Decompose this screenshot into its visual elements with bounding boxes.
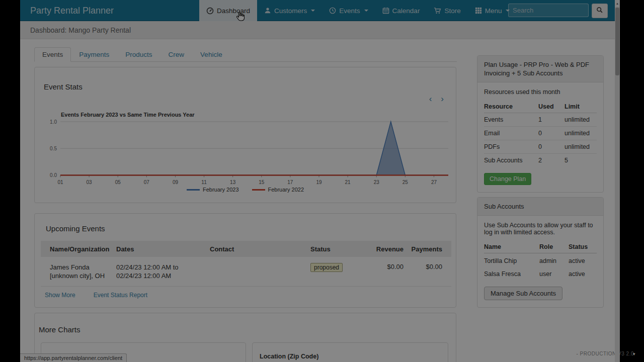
plan-usage-panel: Plan Usage - PRP Pro - Web & PDF Invoici… (477, 55, 604, 193)
legend-label: February 2023 (203, 187, 239, 193)
breadcrumb-bar: Dashboard: Mango Party Rental (20, 21, 615, 39)
navbar-search (508, 4, 608, 18)
col-header-resource: Resource (484, 101, 538, 113)
table-row: Salsa Fresca user active (484, 266, 597, 280)
nav-item-events[interactable]: Events (322, 0, 375, 21)
show-more-link[interactable]: Show More (45, 292, 75, 299)
plan-usage-subtitle: Resources used this month (484, 88, 597, 96)
svg-text:0.0: 0.0 (50, 172, 57, 178)
scrollbar-thumb[interactable] (615, 8, 619, 75)
svg-text:0.5: 0.5 (50, 146, 57, 151)
svg-text:13: 13 (230, 179, 236, 185)
sub-accounts-panel: Sub Accounts Use Sub Accounts to allow y… (477, 197, 604, 308)
dashboard-tabs: Events Payments Products Crew Vehicle (34, 47, 457, 62)
breadcrumb: Dashboard: Mango Party Rental (30, 21, 131, 39)
event-location: [unknown city], OH (50, 272, 116, 280)
chevron-down-icon (364, 10, 368, 12)
tab-events[interactable]: Events (34, 47, 71, 62)
event-status-report-link[interactable]: Event Status Report (94, 292, 147, 299)
table-row[interactable]: James Fonda [unknown city], OH 02/24/23 … (41, 263, 451, 287)
tab-crew[interactable]: Crew (160, 47, 193, 62)
nav-label: Dashboard (217, 7, 250, 15)
table-row: PDFs 0 unlimited (484, 140, 597, 154)
upcoming-events-card: Upcoming Events Name/Organization Dates … (34, 213, 456, 308)
sub-accounts-table: Name Role Status Tortilla Chip admin act… (484, 241, 597, 280)
nav-item-dashboard[interactable]: Dashboard (199, 0, 257, 21)
tab-products[interactable]: Products (117, 47, 160, 62)
events-table-header: Name/Organization Dates Contact Status R… (41, 241, 451, 257)
svg-text:01: 01 (57, 179, 63, 185)
nav-label: Events (339, 7, 360, 15)
legend-swatch-2022 (252, 189, 265, 191)
svg-text:23: 23 (374, 179, 380, 185)
table-row: Tortilla Chip admin active (484, 253, 597, 267)
change-plan-button[interactable]: Change Plan (484, 173, 531, 185)
plan-usage-header: Plan Usage - PRP Pro - Web & PDF Invoici… (477, 56, 603, 82)
search-button[interactable] (592, 4, 608, 18)
calendar-icon (382, 7, 389, 14)
chevron-down-icon (311, 10, 315, 12)
event-name-cell: James Fonda [unknown city], OH (41, 263, 116, 280)
search-input[interactable] (508, 4, 589, 17)
chevron-left-icon[interactable]: ‹ (429, 96, 432, 103)
dashboard-icon (206, 7, 214, 15)
svg-text:25: 25 (403, 179, 409, 185)
tab-payments[interactable]: Payments (71, 47, 117, 62)
chart-pager: ‹ › (429, 96, 444, 103)
svg-text:03: 03 (87, 179, 93, 185)
grid-icon (475, 7, 482, 14)
event-stats-card: Event Stats ‹ › Events February 2023 vs … (34, 67, 456, 203)
col-header-used: Used (538, 101, 565, 113)
svg-text:27: 27 (431, 179, 437, 185)
svg-text:19: 19 (316, 179, 322, 185)
brand-title[interactable]: Party Rental Planner (30, 0, 114, 21)
col-header-revenue: Revenue (361, 245, 404, 253)
event-name[interactable]: James Fonda (50, 263, 116, 272)
location-zip-title: Location (Zip Code) (260, 353, 318, 360)
legend-label: February 2022 (268, 187, 304, 193)
events-card-links: Show More Event Status Report (45, 292, 147, 299)
nav-label: Customers (274, 7, 307, 15)
nav-item-customers[interactable]: Customers (257, 0, 322, 21)
sub-accounts-description: Use Sub Accounts to allow your staff to … (484, 222, 597, 236)
legend-item: February 2023 (187, 187, 239, 193)
event-revenue-cell: $0.00 (361, 263, 404, 280)
chevron-right-icon[interactable]: › (441, 96, 444, 103)
svg-text:07: 07 (144, 179, 150, 185)
event-stats-chart: 0.00.51.00103050709111315171921232527 (48, 117, 451, 185)
nav-item-store[interactable]: Store (427, 0, 467, 21)
event-stats-title: Event Stats (44, 82, 83, 91)
svg-text:15: 15 (259, 179, 265, 185)
person-icon (264, 7, 271, 14)
clock-icon (329, 7, 336, 14)
mouse-cursor-hand (235, 11, 245, 24)
table-row: Sub Accounts 2 5 (484, 154, 597, 167)
search-icon (596, 7, 603, 16)
tab-vehicle[interactable]: Vehicle (192, 47, 230, 62)
location-zip-panel: Location (Zip Code) (252, 342, 448, 362)
nav-item-calendar[interactable]: Calendar (375, 0, 427, 21)
plan-usage-body: Resources used this month Resource Used … (477, 82, 603, 192)
event-status-cell: proposed (310, 263, 361, 280)
col-header-name: Name/Organization (41, 245, 116, 253)
legend-swatch-2023 (187, 189, 200, 191)
col-header-name: Name (484, 241, 539, 253)
nav-label: Store (444, 7, 460, 15)
col-header-contact: Contact (210, 245, 310, 253)
sub-accounts-header: Sub Accounts (477, 198, 603, 216)
svg-text:1.0: 1.0 (50, 119, 57, 125)
main-nav: Dashboard Customers Events Ca (199, 0, 517, 21)
sub-accounts-body: Use Sub Accounts to allow your staff to … (477, 216, 603, 307)
svg-text:05: 05 (115, 179, 121, 185)
scrollbar[interactable]: ▲ (615, 0, 620, 362)
event-contact-cell (210, 263, 310, 280)
svg-text:09: 09 (173, 179, 179, 185)
legend-item: February 2022 (252, 187, 304, 193)
status-bar-url: https://app.partyrentalplanner.com/clien… (20, 353, 127, 362)
event-dates-cell: 02/24/23 12:00 AM to 02/24/23 12:00 AM (116, 263, 210, 280)
app-page: Party Rental Planner Dashboard Customers (20, 0, 615, 362)
scrollbar-up-arrow-icon[interactable]: ▲ (615, 0, 620, 7)
browser-viewport: Party Rental Planner Dashboard Customers (20, 0, 620, 362)
manage-sub-accounts-button[interactable]: Manage Sub Accounts (484, 287, 562, 300)
status-badge: proposed (310, 263, 343, 272)
